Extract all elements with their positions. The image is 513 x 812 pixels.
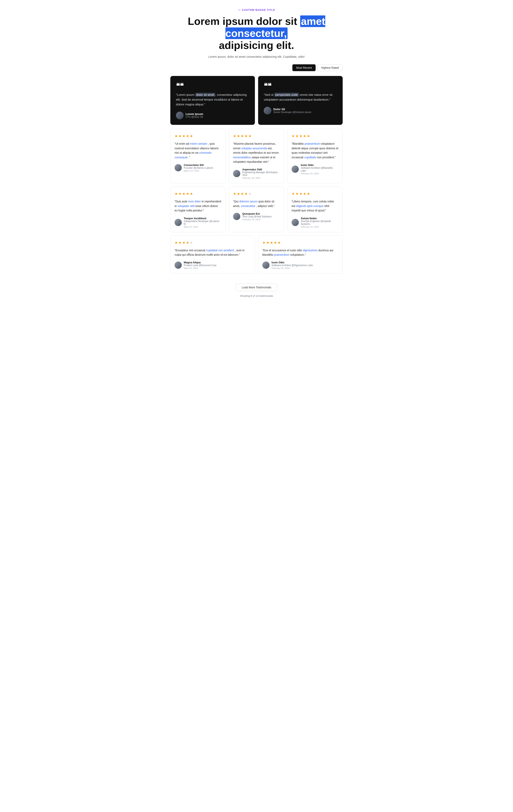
star-5-1: ★ xyxy=(233,192,236,196)
link-eligendi-optio[interactable]: eligendi optio cumque xyxy=(296,204,323,208)
stars-5: ★ ★ ★ ★ ★ xyxy=(233,192,280,196)
stars-8: ★ ★ ★ ★ ★ xyxy=(262,240,339,245)
star-6-2: ★ xyxy=(295,192,298,196)
star-4-5: ★ xyxy=(190,192,193,196)
quote-8: "Eos et accusamus et iusto odio dignissi… xyxy=(262,248,339,257)
link-praesentium-1[interactable]: praesentium xyxy=(305,142,320,145)
star-5-2: ★ xyxy=(237,192,240,196)
testimonial-card-8: ★ ★ ★ ★ ★ "Eos et accusamus et iusto odi… xyxy=(258,235,343,274)
link-cupiditate[interactable]: cupiditate xyxy=(304,156,316,159)
card-avatar-3 xyxy=(291,166,299,173)
badge-container: ☆ CUSTOM BADGE TITLE xyxy=(170,8,343,12)
star-7-3: ★ xyxy=(182,240,186,245)
card-avatar-8 xyxy=(262,262,269,269)
card-author-info-4: Tempor Incididunt Independent Developer … xyxy=(184,217,222,228)
filter-row: Most Recent Highest Rated xyxy=(170,64,343,71)
stars-2: ★ ★ ★ ★ ★ xyxy=(233,134,280,138)
heading-block: Lorem ipsum dolor sit amet consectetur, … xyxy=(170,16,343,51)
link-voluptate-velit[interactable]: voluptate velit xyxy=(177,204,195,208)
card-author-role-8: Software Architect @Dignissimos Labs xyxy=(272,264,313,267)
highest-rated-button[interactable]: Highest Rated xyxy=(317,64,343,71)
star-8-3: ★ xyxy=(270,240,273,245)
card-author-role-3: Software Architect @Blanditiis Labs xyxy=(301,167,339,172)
featured-highlight-2: perspiciatis unde xyxy=(274,93,299,96)
card-author-row-5: Quisquam Est Tech Lead @Velit Solutions … xyxy=(233,212,280,221)
card-author-date-1: March 10, 2024 xyxy=(184,170,213,172)
featured-card-2: ❝❝ "Sed ut perspiciatis unde omnis iste … xyxy=(258,76,343,125)
stars-1: ★ ★ ★ ★ ★ xyxy=(174,134,222,138)
testimonial-card-7: ★ ★ ★ ★ ★ "Excepteur sint occaecat cupid… xyxy=(170,235,255,274)
star-1-5: ★ xyxy=(190,134,193,138)
link-praesentium-2[interactable]: praesentium xyxy=(274,253,289,256)
card-author-info-3: Iusto Odio Software Architect @Blanditii… xyxy=(301,164,339,175)
most-recent-button[interactable]: Most Recent xyxy=(292,64,316,71)
star-8-5: ★ xyxy=(278,240,281,245)
star-2-1: ★ xyxy=(233,134,236,138)
card-avatar-4 xyxy=(174,219,182,226)
link-irure-dolor[interactable]: irure dolor xyxy=(188,200,201,203)
heading-part2: adipisicing elit. xyxy=(219,39,294,51)
quote-6: "Libero tempore, cum soluta nobis est el… xyxy=(291,199,339,213)
star-3-1: ★ xyxy=(291,134,295,138)
star-3-2: ★ xyxy=(295,134,298,138)
star-1-4: ★ xyxy=(186,134,189,138)
star-4-4: ★ xyxy=(186,192,189,196)
featured-row: ❝❝ "Lorem ipsum dolor sit amet, consecte… xyxy=(170,76,343,125)
star-5-5: ★ xyxy=(248,192,252,196)
card-avatar-1 xyxy=(174,164,182,171)
main-heading: Lorem ipsum dolor sit amet consectetur, … xyxy=(170,16,343,51)
card-author-role-1: Founder @Ullamco Laboris xyxy=(184,167,213,169)
stars-4: ★ ★ ★ ★ ★ xyxy=(174,192,222,196)
testimonial-card-6: ★ ★ ★ ★ ★ "Libero tempore, cum soluta no… xyxy=(287,186,343,232)
card-author-date-4: March 8, 2024 xyxy=(184,226,222,228)
card-avatar-5 xyxy=(233,213,240,220)
featured-card-1: ❝❝ "Lorem ipsum dolor sit amet, consecte… xyxy=(170,76,255,125)
card-author-info-2: Aspernatur Odit Engineering Manager @Vol… xyxy=(242,168,280,179)
card-author-name-3: Iusto Odio xyxy=(301,164,339,167)
testimonial-card-4: ★ ★ ★ ★ ★ "Duis aute irure dolor in repr… xyxy=(170,186,226,232)
avatar-img-1 xyxy=(176,112,183,119)
quote-4: "Duis aute irure dolor in reprehenderit … xyxy=(174,199,222,213)
card-author-role-2: Engineering Manager @Voluptas Tech xyxy=(242,171,280,177)
card-author-row-4: Tempor Incididunt Independent Developer … xyxy=(174,217,222,228)
avatar-1 xyxy=(176,112,183,119)
heading-part1: Lorem ipsum dolor sit xyxy=(188,16,300,27)
card-author-name-6: Soluta Nobis xyxy=(301,217,339,220)
card-author-info-7: Magna Aliqua Product Lead @Eiusmod Corp … xyxy=(184,261,217,269)
star-8-1: ★ xyxy=(262,240,265,245)
link-minim-veniam[interactable]: minim veniam xyxy=(190,142,207,145)
star-6-4: ★ xyxy=(303,192,306,196)
link-dignissimos[interactable]: dignissimos xyxy=(303,249,318,252)
star-7-1: ★ xyxy=(174,240,178,245)
star-5-3: ★ xyxy=(241,192,244,196)
star-4-1: ★ xyxy=(174,192,178,196)
star-8-2: ★ xyxy=(266,240,269,245)
star-5-4: ★ xyxy=(245,192,248,196)
star-2-5: ★ xyxy=(248,134,252,138)
featured-author-2: Dolor Sit Senior Developer @Dolorem Ipsu… xyxy=(264,107,337,114)
link-necessitatibus[interactable]: necessitatibus xyxy=(233,156,251,159)
link-cupidatat-non-proident[interactable]: cupidatat non proident xyxy=(206,249,234,252)
card-author-row-3: Iusto Odio Software Architect @Blanditii… xyxy=(291,164,339,175)
link-dolorem-ipsum[interactable]: dolorem ipsum xyxy=(239,200,258,203)
star-1-1: ★ xyxy=(174,134,178,138)
card-author-role-7: Product Lead @Eiusmod Corp xyxy=(184,264,217,267)
star-7-2: ★ xyxy=(178,240,181,245)
load-more-button[interactable]: Load More Testimonials xyxy=(236,284,277,291)
link-commodo-consequat[interactable]: commodo consequat xyxy=(174,151,211,159)
link-consectetur[interactable]: consectetur xyxy=(241,204,255,208)
link-voluptas-assumenda[interactable]: voluptas assumenda xyxy=(241,147,267,150)
testimonial-grid-row1: ★ ★ ★ ★ ★ "Ut enim ad minim veniam , qui… xyxy=(170,129,343,183)
card-author-date-7: March 5, 2024 xyxy=(184,267,217,269)
card-author-info-6: Soluta Nobis DevOps Engineer @Impedit Sy… xyxy=(301,217,339,228)
card-author-row-7: Magna Aliqua Product Lead @Eiusmod Corp … xyxy=(174,261,251,269)
card-avatar-2 xyxy=(233,170,240,177)
card-avatar-7 xyxy=(174,262,182,269)
star-6-3: ★ xyxy=(299,192,303,196)
quote-3: "Blanditiis praesentium voluptatum delen… xyxy=(291,142,339,160)
card-author-info-5: Quisquam Est Tech Lead @Velit Solutions … xyxy=(242,212,272,221)
author-role-2: Senior Developer @Dolorem Ipsum xyxy=(273,111,311,114)
star-1-2: ★ xyxy=(178,134,181,138)
star-2-2: ★ xyxy=(237,134,240,138)
stars-7: ★ ★ ★ ★ ★ xyxy=(174,240,251,245)
